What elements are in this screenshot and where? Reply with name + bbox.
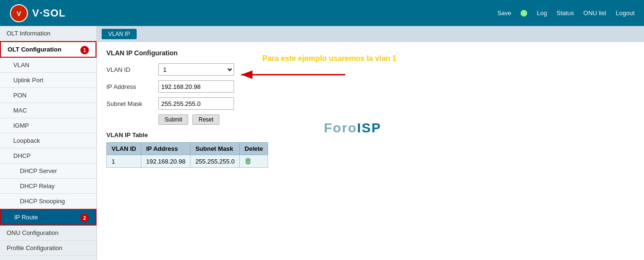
subnet-mask-input[interactable] (158, 97, 234, 110)
delete-button[interactable]: 🗑 (244, 157, 252, 165)
sidebar-item-igmp[interactable]: IGMP (0, 118, 96, 133)
vlan-id-select[interactable]: 1 (158, 63, 234, 76)
logo-text: V·SOL (32, 7, 66, 19)
vlan-ip-table: VLAN ID IP Address Subnet Mask Delete 1 … (106, 142, 268, 168)
main-layout: OLT Information OLT Configuration 1 VLAN… (0, 26, 644, 260)
ip-address-row: IP Address (106, 80, 635, 93)
tab-bar: VLAN IP (97, 26, 644, 42)
subnet-mask-row: Subnet Mask (106, 97, 635, 110)
sidebar-item-onu-configuration[interactable]: ONU Configuration (0, 225, 96, 241)
cell-subnet-mask: 255.255.255.0 (191, 155, 240, 168)
sidebar-item-dhcp-server[interactable]: DHCP Server (0, 164, 96, 179)
tab-vlan-ip[interactable]: VLAN IP (102, 29, 137, 39)
nav-status[interactable]: Status (557, 9, 574, 17)
sidebar-item-ip-route[interactable]: IP Route 2 (0, 209, 96, 225)
annotation-text: Para este ejemplo usaremos la vlan 1 (262, 54, 397, 63)
logo-area: V V·SOL (9, 4, 66, 23)
subnet-mask-label: Subnet Mask (106, 100, 158, 107)
badge-2: 2 (80, 214, 89, 222)
ip-address-input[interactable] (158, 80, 234, 93)
sidebar-item-olt-information[interactable]: OLT Information (0, 26, 96, 41)
header: V V·SOL Save Log Status ONU list Logout (0, 0, 644, 26)
badge-1: 1 (80, 46, 89, 54)
col-header-vlan-id: VLAN ID (107, 143, 141, 155)
status-indicator (521, 10, 527, 17)
save-button[interactable]: Save (497, 9, 512, 17)
sidebar: OLT Information OLT Configuration 1 VLAN… (0, 26, 97, 260)
sidebar-item-mac[interactable]: MAC (0, 103, 96, 118)
sidebar-item-system-configuration[interactable]: System Configuration (0, 256, 96, 260)
table-title: VLAN IP Table (106, 131, 635, 139)
sidebar-item-dhcp-relay[interactable]: DHCP Relay (0, 179, 96, 194)
cell-ip-address: 192.168.20.98 (141, 155, 191, 168)
form-buttons: Submit Reset (158, 114, 635, 125)
sidebar-item-dhcp[interactable]: DHCP (0, 148, 96, 164)
sidebar-item-uplink-port[interactable]: Uplink Port (0, 73, 96, 88)
sidebar-item-olt-configuration[interactable]: OLT Configuration 1 (0, 41, 96, 58)
nav-log[interactable]: Log (537, 9, 547, 17)
cell-vlan-id: 1 (107, 155, 141, 168)
nav-logout[interactable]: Logout (616, 9, 635, 17)
content-area: VLAN IP VLAN IP Configuration Para este … (97, 26, 644, 260)
arrow-graphic (236, 68, 350, 82)
submit-button[interactable]: Submit (158, 114, 188, 125)
vlan-id-label: VLAN ID (106, 66, 158, 73)
table-row: 1 192.168.20.98 255.255.255.0 🗑 (107, 155, 268, 168)
form-section: VLAN IP Configuration Para este ejemplo … (97, 42, 644, 175)
cell-delete: 🗑 (240, 155, 268, 168)
sidebar-item-vlan[interactable]: VLAN (0, 58, 96, 73)
col-header-subnet-mask: Subnet Mask (191, 143, 240, 155)
vsol-logo-icon: V (9, 4, 28, 23)
nav-onu-list[interactable]: ONU list (583, 9, 606, 17)
col-header-delete: Delete (240, 143, 268, 155)
svg-text:V: V (17, 10, 21, 17)
vlan-id-row: VLAN ID 1 (106, 63, 635, 76)
sidebar-item-profile-configuration[interactable]: Profile Configuration (0, 241, 96, 256)
header-nav: Save Log Status ONU list Logout (497, 9, 635, 17)
sidebar-item-pon[interactable]: PON (0, 88, 96, 103)
sidebar-item-dhcp-snooping[interactable]: DHCP Snooping (0, 194, 96, 209)
ip-address-label: IP Address (106, 83, 158, 90)
reset-button[interactable]: Reset (192, 114, 219, 125)
sidebar-item-loopback[interactable]: Loopback (0, 133, 96, 148)
col-header-ip-address: IP Address (141, 143, 191, 155)
